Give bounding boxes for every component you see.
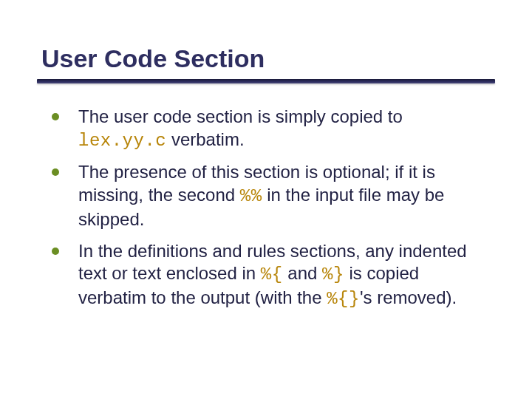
list-item: In the definitions and rules sections, a… (52, 240, 488, 311)
body-text: 's removed). (360, 287, 457, 307)
code-span: %% (240, 186, 262, 206)
page-title: User Code Section (37, 44, 495, 73)
code-span: %{} (327, 289, 360, 309)
list-item: The presence of this section is optional… (52, 161, 488, 231)
body-text: verbatim. (166, 129, 244, 149)
title-underline (37, 79, 495, 83)
list-item: The user code section is simply copied t… (52, 106, 488, 152)
body-text: The user code section is simply copied t… (78, 106, 403, 126)
code-span: %{ (261, 265, 283, 284)
code-span: lex.yy.c (78, 131, 166, 151)
body-text: and (283, 263, 322, 283)
slide: User Code Section The user code section … (0, 0, 532, 399)
bullet-list: The user code section is simply copied t… (37, 106, 495, 311)
code-span: %} (322, 265, 344, 284)
